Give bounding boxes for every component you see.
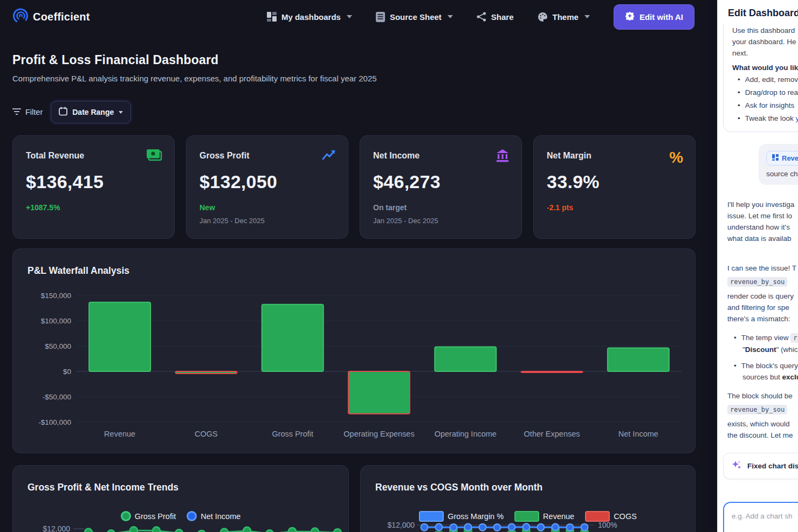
bullet-text: The block's query: [741, 362, 798, 370]
chevron-down-icon: [347, 15, 352, 18]
svg-text:COGS: COGS: [195, 430, 218, 438]
filter-icon: [12, 108, 21, 116]
kpi-value: $136,415: [26, 171, 161, 192]
edit-with-ai-button[interactable]: Edit with AI: [614, 4, 694, 30]
nav-source-sheet[interactable]: Source Sheet: [376, 12, 453, 22]
page-title: Profit & Loss Financial Dashboard: [12, 53, 717, 67]
message-line: I can see the issue! T: [727, 262, 798, 274]
nav-theme-label: Theme: [553, 12, 579, 22]
nav-source-sheet-label: Source Sheet: [390, 12, 442, 22]
nav-share-label: Share: [491, 12, 514, 22]
bullet-continuation: sources but exclu: [742, 371, 798, 383]
action-card-label: Fixed chart dis: [747, 462, 798, 470]
kpi-value: 33.9%: [547, 171, 682, 192]
assistant-intro-message: Use this dashboard your dashboard. He ne…: [723, 24, 798, 132]
fixed-chart-action-card[interactable]: Fixed chart dis: [723, 453, 798, 479]
svg-text:Net Income: Net Income: [618, 430, 658, 438]
date-range-label: Date Range: [72, 108, 114, 116]
banknote-icon: [146, 149, 162, 164]
share-icon: [477, 12, 486, 22]
svg-text:$100,000: $100,000: [41, 317, 71, 325]
kpi-title: Total Revenue: [26, 151, 161, 161]
message-line: your dashboard. He: [732, 36, 798, 47]
trends-chart: [13, 466, 349, 532]
inline-code: r: [790, 333, 798, 343]
nav-my-dashboards-label: My dashboards: [281, 12, 341, 22]
svg-text:Gross Profit: Gross Profit: [272, 430, 313, 438]
page-subtitle: Comprehensive P&L analysis tracking reve…: [12, 74, 717, 83]
chip-label: Revenu: [782, 154, 798, 162]
svg-text:Revenue: Revenue: [104, 430, 135, 438]
panel-title: Edit Dashboard: [728, 8, 798, 19]
bold-text: exclu: [782, 373, 798, 381]
brand[interactable]: Coefficient: [12, 8, 90, 26]
chart-chip-icon: [772, 154, 779, 162]
kpi-card-total-revenue: Total Revenue $136,415 +1087.5%: [12, 135, 175, 239]
chart-reference-chip[interactable]: Revenu: [766, 151, 798, 165]
message-line: exists, which would: [727, 418, 798, 430]
waterfall-chart-card: P&L Waterfall Analysis $150,000$100,000$…: [12, 248, 696, 453]
filter-control[interactable]: Filter: [12, 108, 43, 116]
message-line: the discount. Let me: [727, 430, 798, 441]
rev-cogs-chart-card: Revenue vs COGS Month over Month Gross M…: [360, 465, 696, 532]
edit-dashboard-panel: Edit Dashboard Use this dashboard your d…: [717, 0, 798, 532]
message-line: source char: [766, 170, 798, 178]
svg-text:Other Expenses: Other Expenses: [524, 430, 580, 438]
kpi-value: $46,273: [373, 171, 508, 192]
bullet-text: The temp view: [741, 334, 791, 342]
calendar-icon: [59, 107, 67, 118]
bullet-item: Ask for insights: [738, 101, 798, 110]
kpi-delta: New: [200, 203, 335, 212]
kpi-title: Net Margin: [547, 151, 682, 161]
sparkle-icon: [731, 460, 742, 472]
message-line: The block should be: [727, 390, 798, 402]
date-range-dropdown[interactable]: Date Range: [51, 101, 131, 123]
ai-badge-icon: [625, 11, 635, 23]
kpi-title: Net Income: [373, 151, 508, 161]
text: " (whic: [776, 346, 798, 354]
chevron-down-icon: [584, 15, 590, 18]
svg-text:$0: $0: [63, 368, 71, 376]
nav-share[interactable]: Share: [477, 12, 514, 22]
waterfall-chart: $150,000$100,000$50,000$0-$50,000-$100,0…: [13, 249, 696, 453]
svg-text:-$100,000: -$100,000: [38, 418, 71, 426]
user-message: Revenu source char: [759, 144, 798, 185]
chat-input[interactable]: [723, 502, 798, 532]
top-navbar: Coefficient My dashboards: [0, 0, 717, 33]
dashboard-main: Coefficient My dashboards: [0, 0, 717, 532]
kpi-period: Jan 2025 - Dec 2025: [200, 217, 335, 225]
edit-with-ai-label: Edit with AI: [639, 12, 683, 22]
palette-icon: [538, 12, 548, 22]
bullet-item: The block's query: [734, 360, 798, 371]
message-line: issue. Let me first lo: [727, 210, 798, 222]
kpi-card-gross-profit: Gross Profit $132,050 New Jan 2025 - Dec…: [186, 135, 348, 239]
nav-theme[interactable]: Theme: [538, 12, 590, 22]
svg-text:$50,000: $50,000: [45, 342, 71, 350]
trends-chart-card: Gross Profit & Net Income Trends Gross P…: [12, 465, 349, 532]
dashboards-grid-icon: [267, 12, 277, 22]
kpi-value: $132,050: [200, 171, 335, 192]
assistant-reply-1: I'll help you investiga issue. Let me fi…: [723, 199, 798, 244]
kpi-delta: +1087.5%: [26, 203, 161, 212]
filter-label: Filter: [25, 108, 43, 116]
message-line: What would you lik: [732, 64, 798, 72]
tweak-look-link[interactable]: y: [796, 114, 798, 122]
kpi-card-net-margin: Net Margin % 33.9% -2.1 pts: [533, 135, 696, 239]
bullet-text: Tweak the look: [745, 114, 796, 122]
message-line: there's a mismatch:: [727, 313, 798, 324]
inline-code: revenue_by_sou: [727, 405, 787, 414]
text: sources but: [742, 373, 782, 381]
brand-name: Coefficient: [33, 11, 90, 23]
bullet-item: Tweak the look y: [738, 114, 798, 123]
bullet-item: Drag/drop to rea: [738, 88, 798, 98]
message-line: understand how it's: [727, 222, 798, 233]
svg-text:$150,000: $150,000: [41, 292, 71, 300]
svg-text:Operating Income: Operating Income: [435, 430, 497, 438]
chevron-down-icon: [448, 15, 453, 18]
sheet-icon: [376, 12, 385, 22]
message-line: I'll help you investiga: [727, 199, 798, 210]
rev-cogs-chart: [361, 466, 696, 532]
kpi-card-net-income: Net Income $46,273 On target Jan 2025 - …: [360, 135, 522, 239]
svg-text:-$50,000: -$50,000: [43, 393, 71, 401]
nav-my-dashboards[interactable]: My dashboards: [267, 12, 352, 22]
